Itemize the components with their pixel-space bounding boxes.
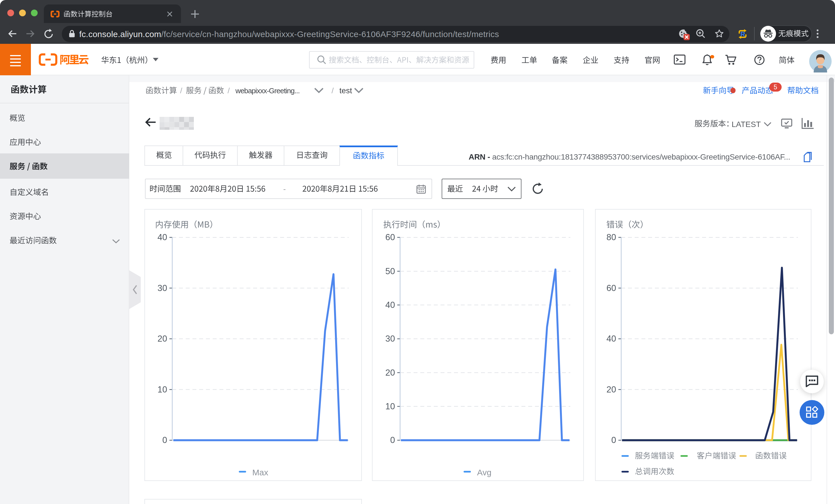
svg-text:0: 0 — [611, 435, 616, 445]
svg-text:50: 50 — [385, 266, 395, 276]
svg-text:20: 20 — [607, 384, 616, 394]
svg-text:40: 40 — [157, 232, 167, 242]
svg-text:60: 60 — [385, 232, 395, 242]
svg-text:R: R — [740, 31, 745, 38]
svg-text:30: 30 — [385, 334, 395, 343]
svg-text:10: 10 — [157, 384, 167, 394]
svg-text:0: 0 — [162, 435, 167, 445]
svg-text:40: 40 — [385, 300, 395, 309]
svg-text:10: 10 — [385, 401, 395, 411]
svg-text:0: 0 — [390, 435, 395, 445]
svg-text:20: 20 — [385, 367, 395, 377]
svg-text:40: 40 — [607, 334, 616, 343]
svg-text:60: 60 — [607, 283, 616, 293]
svg-text:20: 20 — [157, 334, 167, 343]
svg-text:30: 30 — [157, 283, 167, 293]
svg-text:80: 80 — [607, 232, 616, 242]
